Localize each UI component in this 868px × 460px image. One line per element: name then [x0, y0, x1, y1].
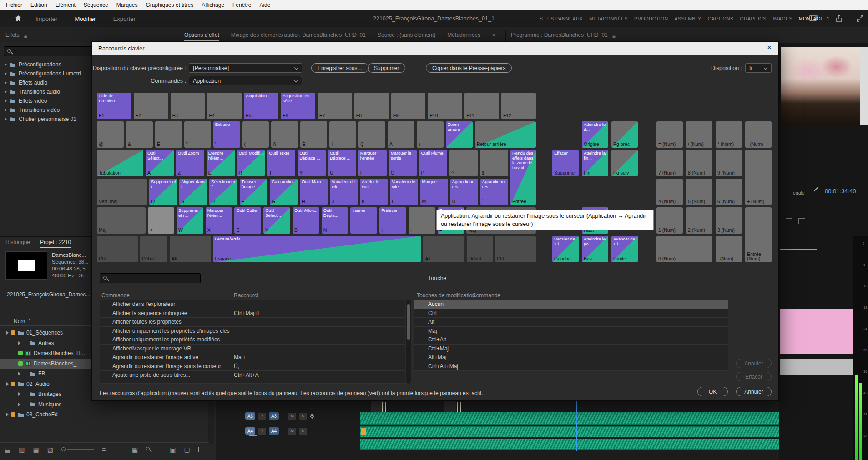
audio-clip-a3[interactable]	[360, 412, 779, 425]
modifier-row[interactable]: Ctrl+Maj	[414, 345, 728, 354]
panel-tab[interactable]: »	[492, 32, 495, 41]
keyboard-key[interactable]: F3	[171, 93, 205, 119]
layout-select[interactable]: fr	[745, 63, 772, 73]
keyboard-key[interactable]: Outil Allon...B	[293, 207, 319, 234]
keyboard-key[interactable]: Outil Déplace ...U	[328, 150, 356, 176]
command-row[interactable]: Afficher uniquement les propriétés d'ima…	[100, 327, 405, 336]
menu-item[interactable]: Graphiques et titres	[141, 0, 197, 10]
keyboard-key[interactable]: F8	[354, 93, 389, 119]
keyboard-key[interactable]: Marquer l'entréeI	[358, 150, 387, 176]
keyboard-key[interactable]: )	[417, 121, 444, 148]
commands-scrollbar[interactable]	[406, 300, 411, 384]
home-icon[interactable]	[15, 15, 22, 22]
clip-pink[interactable]	[780, 309, 853, 354]
keyboard-key[interactable]: Sélectionner l'...D	[209, 179, 237, 205]
keyboard-key[interactable]: 0 (Num)	[656, 236, 712, 262]
chevron-right-icon[interactable]	[6, 331, 9, 335]
keyboard-key[interactable]: &	[126, 121, 153, 148]
track-source-badge[interactable]: A4	[269, 427, 279, 435]
workspace-tab[interactable]: PRODUCTION	[634, 16, 668, 21]
menu-item[interactable]: Marques	[112, 0, 142, 10]
keyboard-key[interactable]: Prélever;	[379, 207, 406, 234]
panel-menu-icon[interactable]: ≡	[612, 33, 616, 40]
panel-tab[interactable]: Projet : 2210	[40, 239, 71, 248]
chevron-right-icon[interactable]	[18, 403, 20, 406]
clip-thumbnail[interactable]	[5, 251, 47, 280]
freeform-view-icon[interactable]: ▦	[33, 446, 39, 453]
keyboard-key[interactable]: Pg suiv	[611, 150, 638, 176]
audio-clip-a4[interactable]	[360, 426, 779, 437]
panel-tab[interactable]: Historique	[5, 239, 30, 248]
keyboard-key[interactable]: Ctrl	[495, 236, 536, 262]
fullscreen-icon[interactable]	[856, 15, 864, 22]
keyboard-key[interactable]: 5 (Num)	[686, 179, 712, 205]
workspace-tab[interactable]: S LES PANNEAUX	[540, 16, 583, 21]
delete-button[interactable]: Supprimer	[368, 63, 405, 73]
keyboard-key[interactable]: F2	[134, 93, 168, 119]
copy-clipboard-button[interactable]: Copier dans le Presse-papiers	[426, 63, 512, 73]
track-source-badge[interactable]: A3	[269, 412, 279, 420]
menu-item[interactable]: Fenêtre	[228, 0, 255, 10]
chevron-right-icon[interactable]	[6, 413, 9, 416]
keyboard-key[interactable]: Tabulation	[97, 150, 143, 176]
keyboard-key[interactable]: Alt	[170, 236, 211, 262]
keyboard-key[interactable]: Supprimer et r...Q	[149, 179, 177, 205]
keyboard-key[interactable]: 4 (Num)	[656, 179, 683, 205]
command-row[interactable]: Ajoute une piste de sous-titres... Ctrl+…	[100, 371, 405, 380]
keyboard-key[interactable]: Insérer,	[350, 207, 377, 234]
keyboard-key[interactable]: F9	[391, 93, 426, 119]
tab-effets[interactable]: Effets	[5, 32, 19, 41]
workspace-tab[interactable]: ASSEMBLY	[675, 16, 701, 21]
command-row[interactable]: Afficher dans l'explorateur	[100, 300, 405, 309]
keyboard-key[interactable]: Gain audio...G	[270, 179, 298, 205]
panel-tab[interactable]: Mixage des éléments audio : DamesBlanche…	[231, 32, 366, 41]
preset-select[interactable]: [Personnalisé]	[189, 63, 302, 73]
keyboard-key[interactable]: Outil Sélect...V	[263, 207, 290, 234]
keyboard-key[interactable]: 8 (Num)	[686, 150, 712, 176]
commands-select[interactable]: Application	[189, 76, 302, 85]
keyboard-key[interactable]: É	[155, 121, 182, 148]
keyboard-key[interactable]: Zoom arrière-	[446, 121, 473, 148]
panel-tab[interactable]: Source : (sans élément)	[378, 32, 435, 41]
track-lock-button[interactable]: ▪	[258, 413, 266, 420]
menu-item[interactable]: Aide	[255, 0, 274, 10]
keyboard-key[interactable]: Outil Modifi...R	[237, 150, 265, 176]
save-as-button[interactable]: Enregistrer sous…	[311, 63, 369, 73]
command-row[interactable]: Agrandir ou restaurer l'image sous le cu…	[100, 362, 405, 371]
header-nav-item[interactable]: Exporter	[112, 11, 136, 26]
scrollbar-thumb[interactable]	[407, 304, 410, 340]
keyboard-key[interactable]: - (Num)	[745, 121, 772, 148]
chevron-right-icon[interactable]	[5, 72, 7, 75]
workspace-tab[interactable]: IMAGES	[773, 16, 792, 21]
track-lock-button[interactable]: ▪	[258, 428, 266, 435]
audio-mixdown-clip[interactable]	[360, 439, 779, 450]
undo-button[interactable]: Annuler	[736, 359, 772, 368]
keyboard-key[interactable]: Atteindre le po...Bas	[582, 236, 608, 262]
keyboard-key[interactable]: F7	[318, 93, 352, 119]
keyboard-key[interactable]: §	[271, 121, 298, 148]
keyboard-key[interactable]: MarqueM	[420, 179, 448, 205]
keyboard-key[interactable]: Marquer l'élém...X	[206, 207, 232, 234]
header-nav-item[interactable]: Modifier	[74, 11, 96, 26]
workspace-menu-icon[interactable]	[809, 15, 818, 22]
menu-item[interactable]: Edition	[26, 0, 51, 10]
keyboard-key[interactable]: Maj	[97, 207, 146, 234]
workspace-tab[interactable]: GRAPHICS	[740, 16, 767, 21]
mute-button[interactable]: M	[288, 413, 296, 420]
chevron-right-icon[interactable]	[5, 90, 7, 94]
trash-icon[interactable]	[198, 447, 203, 452]
modifier-row[interactable]: Ctrl	[414, 309, 728, 318]
keyboard-key[interactable]: Ç	[358, 121, 385, 148]
keyboard-key[interactable]: Verr. maj	[97, 179, 147, 205]
icon-view-icon[interactable]: ▥	[19, 446, 25, 453]
keyboard-key[interactable]: 1 (Num)	[656, 207, 683, 234]
command-search-input[interactable]	[100, 273, 201, 283]
keyboard-key[interactable]: + (Num)	[745, 150, 772, 205]
keyboard-key[interactable]: Lecture/ArrêtEspace	[213, 236, 421, 262]
keyboard-key[interactable]: F12	[501, 93, 536, 119]
keyboard-key[interactable]: (	[242, 121, 269, 148]
cancel-button[interactable]: Annuler	[736, 387, 772, 396]
chevron-right-icon[interactable]	[5, 81, 7, 85]
keyboard-key[interactable]: Acquisition en série...F6	[281, 93, 315, 119]
keyboard-key[interactable]: Variateur de vite...J	[330, 179, 358, 205]
